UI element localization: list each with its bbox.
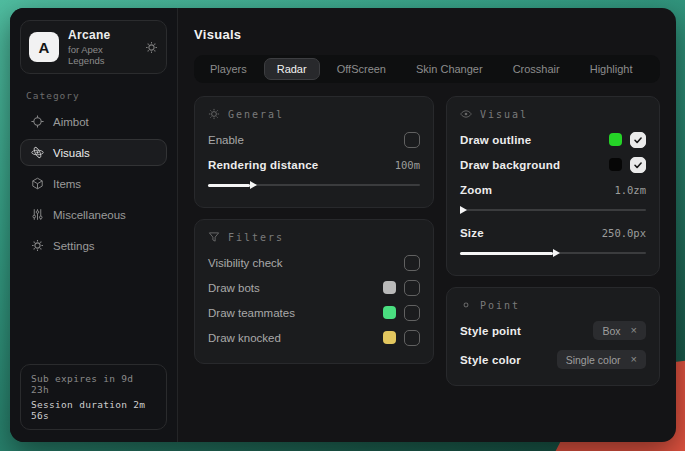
zoom-label: Zoom	[460, 184, 492, 196]
visual-card-title: Visual	[480, 109, 528, 120]
draw-teammates-label: Draw teammates	[208, 307, 295, 319]
general-card-title: General	[228, 109, 284, 120]
draw-outline-checkbox[interactable]	[630, 132, 646, 148]
style-point-row: Style point Box ×	[460, 318, 646, 343]
sidebar-item-items[interactable]: Items	[20, 170, 167, 197]
tab-skin-changer[interactable]: Skin Changer	[403, 58, 496, 80]
draw-knocked-label: Draw knocked	[208, 332, 281, 344]
draw-knocked-row: Draw knocked	[208, 325, 420, 350]
enable-row: Enable	[208, 127, 420, 152]
visibility-check-row: Visibility check	[208, 250, 420, 275]
sidebar-item-visuals[interactable]: Visuals	[20, 139, 167, 166]
general-card-header: General	[208, 108, 420, 120]
style-point-tag[interactable]: Box ×	[593, 321, 646, 340]
slider-fill[interactable]	[460, 252, 553, 255]
filters-card: Filters Visibility check Draw bots	[194, 219, 434, 364]
left-column: General Enable Rendering distance 100m	[194, 96, 434, 375]
sliders-icon	[31, 208, 44, 221]
app-name: Arcane	[68, 28, 136, 42]
draw-teammates-color-swatch[interactable]	[383, 306, 396, 319]
visual-card: Visual Draw outline	[446, 96, 660, 276]
zoom-value: 1.0zm	[614, 184, 646, 196]
visibility-check-checkbox[interactable]	[404, 255, 420, 271]
draw-bots-row: Draw bots	[208, 275, 420, 300]
style-color-row: Style color Single color ×	[460, 347, 646, 372]
size-slider[interactable]	[460, 247, 646, 259]
box-icon	[31, 177, 44, 190]
app-window: A Arcane for Apex Legends Category	[10, 8, 676, 442]
crosshair-icon	[31, 115, 44, 128]
close-icon[interactable]: ×	[631, 354, 637, 365]
point-card-header: Point	[460, 299, 646, 311]
content-columns: General Enable Rendering distance 100m	[194, 96, 660, 397]
tab-crosshair[interactable]: Crosshair	[500, 58, 573, 80]
app-identity: Arcane for Apex Legends	[68, 28, 136, 66]
rendering-distance-label: Rendering distance	[208, 159, 318, 171]
draw-bots-color-swatch[interactable]	[383, 281, 396, 294]
tab-offscreen[interactable]: OffScreen	[324, 58, 399, 80]
general-card: General Enable Rendering distance 100m	[194, 96, 434, 208]
tab-radar[interactable]: Radar	[264, 58, 320, 80]
desktop-background: A Arcane for Apex Legends Category	[0, 0, 685, 451]
logo-card: A Arcane for Apex Legends	[20, 20, 167, 74]
draw-background-row: Draw background	[460, 152, 646, 177]
main-panel: Visuals Players Radar OffScreen Skin Cha…	[178, 8, 676, 442]
orbit-icon	[31, 146, 44, 159]
filters-card-header: Filters	[208, 231, 420, 243]
zoom-row: Zoom 1.0zm	[460, 177, 646, 202]
right-column: Visual Draw outline	[446, 96, 660, 397]
draw-knocked-color-swatch[interactable]	[383, 331, 396, 344]
filters-card-title: Filters	[228, 232, 284, 243]
gear-icon[interactable]	[145, 41, 158, 54]
funnel-icon	[208, 231, 220, 243]
draw-background-checkbox[interactable]	[630, 157, 646, 173]
sidebar-item-label: Items	[53, 178, 81, 190]
enable-checkbox[interactable]	[404, 132, 420, 148]
size-label: Size	[460, 227, 484, 239]
close-icon[interactable]: ×	[631, 325, 637, 336]
sidebar-item-settings[interactable]: Settings	[20, 232, 167, 259]
visual-card-header: Visual	[460, 108, 646, 120]
sidebar-item-label: Settings	[53, 240, 95, 252]
eye-icon	[460, 108, 472, 120]
zoom-slider[interactable]	[460, 204, 646, 216]
draw-background-label: Draw background	[460, 159, 560, 171]
size-value: 250.0px	[602, 227, 646, 239]
style-color-tag[interactable]: Single color ×	[557, 350, 646, 369]
enable-label: Enable	[208, 134, 244, 146]
draw-knocked-checkbox[interactable]	[404, 330, 420, 346]
point-icon	[460, 299, 472, 311]
sidebar: A Arcane for Apex Legends Category	[10, 8, 178, 442]
style-color-tag-value: Single color	[566, 354, 621, 366]
app-logo: A	[29, 32, 59, 62]
gear-icon	[31, 239, 44, 252]
tab-highlight[interactable]: Highlight	[577, 58, 646, 80]
sidebar-item-label: Aimbot	[53, 116, 89, 128]
sidebar-item-label: Visuals	[53, 147, 90, 159]
draw-bots-checkbox[interactable]	[404, 280, 420, 296]
sidebar-item-miscellaneous[interactable]: Miscellaneous	[20, 201, 167, 228]
page-title: Visuals	[194, 27, 660, 42]
sidebar-item-label: Miscellaneous	[53, 209, 126, 221]
draw-background-color-swatch[interactable]	[609, 158, 622, 171]
sub-expires-text: Sub expires in 9d 23h	[31, 373, 156, 395]
category-label: Category	[26, 90, 161, 101]
rendering-distance-slider[interactable]	[208, 179, 420, 191]
app-subtitle: for Apex Legends	[68, 44, 136, 66]
subscription-card: Sub expires in 9d 23h Session duration 2…	[20, 364, 167, 430]
slider-fill[interactable]	[208, 184, 250, 187]
size-row: Size 250.0px	[460, 220, 646, 245]
draw-teammates-checkbox[interactable]	[404, 305, 420, 321]
rendering-distance-row: Rendering distance 100m	[208, 152, 420, 177]
session-duration-text: Session duration 2m 56s	[31, 399, 156, 421]
style-point-tag-value: Box	[602, 325, 620, 337]
visibility-check-label: Visibility check	[208, 257, 283, 269]
draw-outline-color-swatch[interactable]	[609, 133, 622, 146]
gear-icon	[208, 108, 220, 120]
draw-bots-label: Draw bots	[208, 282, 260, 294]
slider-track	[460, 209, 646, 211]
point-card: Point Style point Box ×	[446, 287, 660, 386]
sidebar-item-aimbot[interactable]: Aimbot	[20, 108, 167, 135]
draw-outline-row: Draw outline	[460, 127, 646, 152]
tab-players[interactable]: Players	[197, 58, 260, 80]
